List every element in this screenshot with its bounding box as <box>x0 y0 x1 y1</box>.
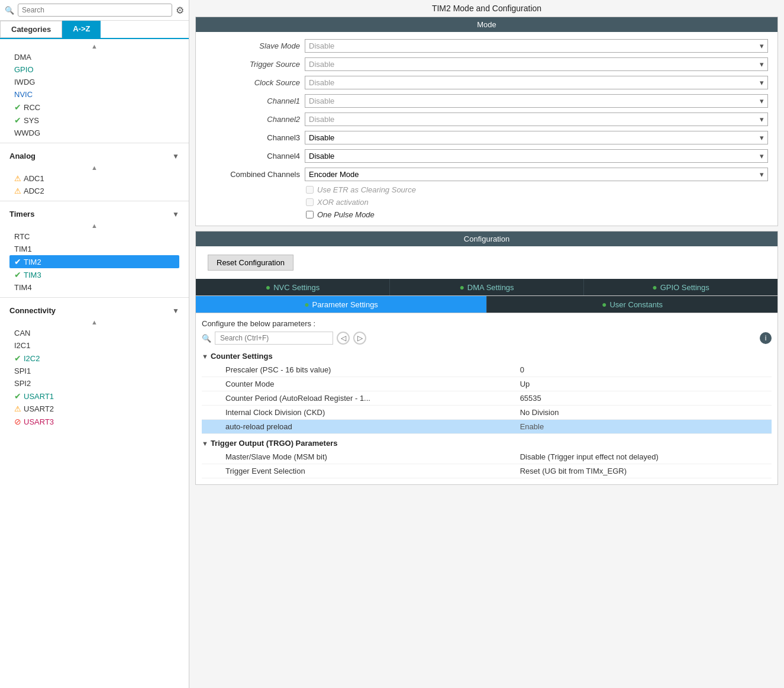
sidebar-item-can[interactable]: CAN <box>9 327 179 339</box>
channel2-row: Channel2 Disable ▾ <box>205 110 768 128</box>
tab-parameter-settings[interactable]: ● Parameter Settings <box>196 296 487 313</box>
nvic-tab-dot-icon: ● <box>266 282 270 292</box>
usart1-check-icon: ✔ <box>14 391 21 401</box>
param-name: Prescaler (PSC - 16 bits value) <box>202 363 515 377</box>
sys-label: SYS <box>24 116 39 125</box>
timers-label: Timers <box>9 210 34 218</box>
sidebar-item-adc1[interactable]: ⚠ ADC1 <box>9 172 179 185</box>
channel2-caret-icon: ▾ <box>760 115 764 124</box>
trigger-source-row: Trigger Source Disable ▾ <box>205 55 768 73</box>
channel2-select[interactable]: Disable ▾ <box>305 112 768 126</box>
rtc-label: RTC <box>14 232 30 241</box>
channel1-select[interactable]: Disable ▾ <box>305 94 768 108</box>
trigger-source-select[interactable]: Disable ▾ <box>305 57 768 71</box>
counter-settings-table: Prescaler (PSC - 16 bits value) 0 Counte… <box>202 363 772 434</box>
connectivity-chevron-icon: ▼ <box>172 307 179 315</box>
sidebar-item-wwdg[interactable]: WWDG <box>9 127 179 139</box>
etr-clearing-label: Use ETR as Clearing Source <box>317 185 416 194</box>
connectivity-section-header[interactable]: Connectivity ▼ <box>0 301 189 317</box>
sidebar-item-rtc[interactable]: RTC <box>9 230 179 243</box>
channel1-value: Disable <box>309 97 334 105</box>
combined-channels-row: Combined Channels Encoder Mode ▾ <box>205 165 768 184</box>
tab-nvic-settings[interactable]: ● NVC Settings <box>196 279 390 295</box>
one-pulse-checkbox[interactable] <box>306 211 314 218</box>
sidebar-item-iwdg[interactable]: IWDG <box>9 76 179 88</box>
slave-mode-value: Disable <box>309 41 334 50</box>
timers-section-header[interactable]: Timers ▼ <box>0 205 189 221</box>
channel2-value: Disable <box>309 115 334 124</box>
adc2-label: ADC2 <box>24 187 44 195</box>
scroll-up-btn[interactable]: ▲ <box>9 41 179 51</box>
sidebar-item-tim3[interactable]: ✔ TIM3 <box>9 268 179 281</box>
sidebar-item-usart2[interactable]: ⚠ USART2 <box>9 403 179 415</box>
reset-configuration-button[interactable]: Reset Configuration <box>208 255 293 271</box>
tab-dma-settings[interactable]: ● DMA Settings <box>390 279 584 295</box>
sidebar-item-sys[interactable]: ✔ SYS <box>9 114 179 127</box>
xor-activation-checkbox[interactable] <box>306 198 314 206</box>
param-value: 0 <box>515 363 772 377</box>
counter-settings-group-header[interactable]: ▼ Counter Settings <box>202 349 772 363</box>
analog-section-header[interactable]: Analog ▼ <box>0 147 189 163</box>
trgo-group-header[interactable]: ▼ Trigger Output (TRGO) Parameters <box>202 436 772 450</box>
tab-user-constants[interactable]: ● User Constants <box>487 296 777 313</box>
sidebar-item-adc2[interactable]: ⚠ ADC2 <box>9 185 179 197</box>
sidebar-item-nvic[interactable]: NVIC <box>9 88 179 101</box>
gpio-tab-label: GPIO Settings <box>660 283 709 292</box>
sidebar-item-spi2[interactable]: SPI2 <box>9 377 179 390</box>
slave-mode-row: Slave Mode Disable ▾ <box>205 37 768 55</box>
config-tabs-row1: ● NVC Settings ● DMA Settings ● GPIO Set… <box>196 279 777 296</box>
param-search-icon: 🔍 <box>202 334 211 343</box>
nav-next-button[interactable]: ▷ <box>353 332 366 345</box>
window-title: TIM2 Mode and Configuration <box>189 0 784 17</box>
slave-mode-select[interactable]: Disable ▾ <box>305 39 768 53</box>
sidebar-item-rcc[interactable]: ✔ RCC <box>9 101 179 114</box>
channel4-label: Channel4 <box>205 152 300 160</box>
combined-channels-select[interactable]: Encoder Mode ▾ <box>305 168 768 181</box>
mode-section: Mode Slave Mode Disable ▾ Trigger Source… <box>195 17 778 226</box>
info-icon[interactable]: i <box>760 332 772 344</box>
iwdg-label: IWDG <box>14 78 35 86</box>
counter-settings-label: Counter Settings <box>211 352 273 361</box>
clock-source-select[interactable]: Disable ▾ <box>305 76 768 89</box>
tim2-label: TIM2 <box>24 258 41 266</box>
param-value: No Division <box>515 406 772 420</box>
timers-scroll-up-btn[interactable]: ▲ <box>9 221 179 230</box>
clock-source-row: Clock Source Disable ▾ <box>205 73 768 92</box>
sidebar-item-tim4[interactable]: TIM4 <box>9 281 179 294</box>
nav-prev-button[interactable]: ◁ <box>337 332 350 345</box>
tab-categories[interactable]: Categories <box>0 21 62 38</box>
sidebar-item-usart1[interactable]: ✔ USART1 <box>9 390 179 403</box>
channel3-select[interactable]: Disable ▾ <box>305 131 768 144</box>
sidebar-search-input[interactable] <box>18 4 172 17</box>
param-search-input[interactable] <box>215 332 333 345</box>
i2c1-label: I2C1 <box>14 341 30 350</box>
channel3-label: Channel3 <box>205 133 300 142</box>
i2c2-check-icon: ✔ <box>14 353 21 363</box>
sidebar-item-gpio[interactable]: GPIO <box>9 63 179 76</box>
sidebar-item-spi1[interactable]: SPI1 <box>9 365 179 377</box>
sidebar-item-tim1[interactable]: TIM1 <box>9 243 179 255</box>
connectivity-scroll-up-btn[interactable]: ▲ <box>9 317 179 327</box>
tab-az[interactable]: A->Z <box>62 21 101 38</box>
etr-clearing-row: Use ETR as Clearing Source <box>205 184 768 196</box>
sidebar-item-usart3[interactable]: ⊘ USART3 <box>9 415 179 428</box>
channel4-select[interactable]: Disable ▾ <box>305 149 768 163</box>
analog-scroll-up-btn[interactable]: ▲ <box>9 163 179 172</box>
sidebar-content: ▲ DMA GPIO IWDG NVIC ✔ RCC ✔ SYS WWDG <box>0 39 189 688</box>
gear-icon[interactable]: ⚙ <box>176 5 184 16</box>
rcc-check-icon: ✔ <box>14 102 21 112</box>
slave-mode-caret-icon: ▾ <box>760 41 764 50</box>
mode-title-bar: Mode <box>196 17 777 32</box>
tab-gpio-settings[interactable]: ● GPIO Settings <box>584 279 777 295</box>
trigger-source-label: Trigger Source <box>205 60 300 69</box>
param-search-row: 🔍 ◁ ▷ i <box>202 332 772 345</box>
adc2-warn-icon: ⚠ <box>14 187 21 195</box>
sidebar-item-dma[interactable]: DMA <box>9 51 179 63</box>
sidebar-item-i2c2[interactable]: ✔ I2C2 <box>9 352 179 365</box>
usart2-warn-icon: ⚠ <box>14 404 21 413</box>
etr-clearing-checkbox[interactable] <box>306 186 314 194</box>
mode-grid: Slave Mode Disable ▾ Trigger Source Disa… <box>196 32 777 226</box>
sidebar-item-i2c1[interactable]: I2C1 <box>9 339 179 352</box>
sidebar-item-tim2[interactable]: ✔ TIM2 <box>9 255 179 268</box>
param-value: Up <box>515 377 772 391</box>
